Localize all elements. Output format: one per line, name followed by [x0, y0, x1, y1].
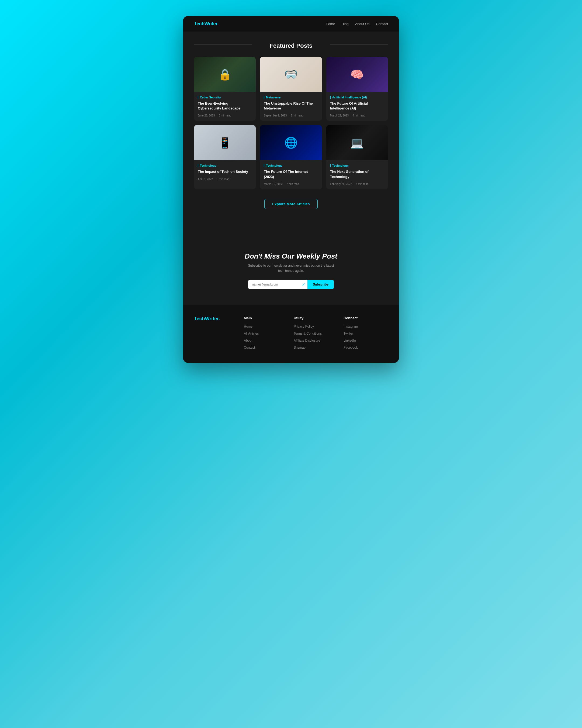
- footer-utility-title: Utility: [294, 316, 338, 320]
- footer-logo-dot: .: [219, 316, 220, 321]
- post-title-internet: The Future Of The Internet (2023): [264, 169, 318, 179]
- newsletter-section: Don't Miss Our Weekly Post Subscribe to …: [183, 239, 399, 305]
- post-date-metaverse: September 9, 2023: [264, 114, 287, 117]
- footer-connect-links: Instagram Twitter LinkedIn Facebook: [343, 324, 388, 350]
- post-body-tech-society: Technology The Impact of Tech on Society…: [194, 160, 256, 184]
- post-category-internet: Technology: [264, 164, 318, 167]
- post-body-metaverse: Metaverse The Unstoppable Rise Of The Me…: [260, 92, 322, 121]
- nav-about[interactable]: About Us: [355, 22, 369, 26]
- post-date-internet: March 15, 2022: [264, 183, 283, 185]
- footer-link-instagram[interactable]: Instagram: [343, 324, 388, 329]
- post-image-next-gen: [326, 125, 388, 160]
- post-meta-next-gen: February 28, 2022 4 min read: [330, 183, 384, 185]
- footer-logo[interactable]: TechWriter.: [194, 316, 239, 322]
- post-category-next-gen: Technology: [330, 164, 384, 167]
- email-input-wrapper: ✓: [248, 280, 307, 289]
- post-category-metaverse: Metaverse: [264, 96, 318, 99]
- footer-link-contact[interactable]: Contact: [244, 345, 288, 350]
- post-card-cybersecurity[interactable]: Cyber Security The Ever-Evolving Cyberse…: [194, 57, 256, 121]
- post-readtime-ai: 4 min read: [353, 114, 365, 117]
- footer-utility-links: Privacy Policy Terms & Conditions Affili…: [294, 324, 338, 350]
- footer-main-title: Main: [244, 316, 288, 320]
- footer-main-links: Home All Articles About Contact: [244, 324, 288, 350]
- nav-links: Home Blog About Us Contact: [326, 22, 388, 26]
- footer-link-about[interactable]: About: [244, 338, 288, 343]
- post-body-ai: Artificial Intelligence (AI) The Future …: [326, 92, 388, 121]
- footer-logo-col: TechWriter.: [194, 316, 239, 322]
- post-readtime-tech-society: 5 min read: [217, 178, 229, 181]
- footer-connect-title: Connect: [343, 316, 388, 320]
- newsletter-subtitle-line1: Subscribe to our newsletter and never mi…: [248, 264, 334, 267]
- post-image-internet: [260, 125, 322, 160]
- newsletter-title: Don't Miss Our Weekly Post: [189, 252, 393, 260]
- newsletter-form: ✓ Subscribe: [189, 280, 393, 289]
- post-card-next-gen[interactable]: Technology The Next Generation of Techno…: [326, 125, 388, 189]
- footer-link-home[interactable]: Home: [244, 324, 288, 329]
- post-title-ai: The Future Of Artificial Intelligence (A…: [330, 101, 384, 111]
- newsletter-subtitle-line2: tech trends again.: [278, 269, 304, 272]
- post-card-ai[interactable]: Artificial Intelligence (AI) The Future …: [326, 57, 388, 121]
- post-category-ai: Artificial Intelligence (AI): [330, 96, 384, 99]
- post-meta-internet: March 15, 2022 7 min read: [264, 183, 318, 185]
- post-body-next-gen: Technology The Next Generation of Techno…: [326, 160, 388, 189]
- post-card-metaverse[interactable]: Metaverse The Unstoppable Rise Of The Me…: [260, 57, 322, 121]
- logo-dot: .: [217, 21, 219, 26]
- posts-grid-row2: Technology The Impact of Tech on Society…: [194, 125, 388, 189]
- explore-more-button[interactable]: Explore More Articles: [264, 199, 317, 209]
- featured-header: Featured Posts: [194, 31, 388, 57]
- footer-col-main: Main Home All Articles About Contact: [244, 316, 288, 352]
- post-image-tech-society: [194, 125, 256, 160]
- footer-link-sitemap[interactable]: Sitemap: [294, 345, 338, 350]
- footer-link-privacy[interactable]: Privacy Policy: [294, 324, 338, 329]
- post-image-ai: [326, 57, 388, 92]
- post-image-cybersecurity: [194, 57, 256, 92]
- footer: TechWriter. Main Home All Articles About…: [183, 305, 399, 363]
- featured-title: Featured Posts: [264, 42, 318, 49]
- post-card-internet[interactable]: Technology The Future Of The Internet (2…: [260, 125, 322, 189]
- footer-link-linkedin[interactable]: LinkedIn: [343, 338, 388, 343]
- nav-contact[interactable]: Contact: [376, 22, 388, 26]
- footer-link-terms[interactable]: Terms & Conditions: [294, 331, 338, 336]
- logo-text: TechWriter: [194, 21, 217, 26]
- explore-section: Explore More Articles: [194, 193, 388, 223]
- post-meta-metaverse: September 9, 2023 6 min read: [264, 114, 318, 117]
- footer-link-affiliate[interactable]: Affiliate Disclosure: [294, 338, 338, 343]
- footer-top: TechWriter. Main Home All Articles About…: [194, 316, 388, 352]
- post-date-ai: March 22, 2023: [330, 114, 349, 117]
- post-category-cybersecurity: Cyber Security: [198, 96, 252, 99]
- navbar: TechWriter. Home Blog About Us Contact: [183, 16, 399, 31]
- post-title-next-gen: The Next Generation of Technology: [330, 169, 384, 179]
- post-meta-tech-society: April 8, 2022 5 min read: [198, 178, 252, 181]
- email-input[interactable]: [248, 280, 307, 289]
- footer-link-facebook[interactable]: Facebook: [343, 345, 388, 350]
- post-readtime-internet: 7 min read: [286, 183, 299, 185]
- post-title-cybersecurity: The Ever-Evolving Cybersecurity Landscap…: [198, 101, 252, 111]
- site-logo[interactable]: TechWriter.: [194, 21, 219, 27]
- post-date-cybersecurity: June 26, 2023: [198, 114, 215, 117]
- footer-link-twitter[interactable]: Twitter: [343, 331, 388, 336]
- post-readtime-cybersecurity: 5 min read: [219, 114, 231, 117]
- nav-home[interactable]: Home: [326, 22, 335, 26]
- posts-grid-row1: Cyber Security The Ever-Evolving Cyberse…: [194, 57, 388, 121]
- post-card-tech-society[interactable]: Technology The Impact of Tech on Society…: [194, 125, 256, 189]
- subscribe-button[interactable]: Subscribe: [307, 280, 334, 289]
- nav-blog[interactable]: Blog: [342, 22, 349, 26]
- email-icon: ✓: [302, 282, 305, 287]
- footer-logo-text: TechWriter: [194, 316, 219, 321]
- post-readtime-next-gen: 4 min read: [356, 183, 368, 185]
- post-readtime-metaverse: 6 min read: [290, 114, 303, 117]
- post-title-metaverse: The Unstoppable Rise Of The Metaverse: [264, 101, 318, 111]
- footer-link-all-articles[interactable]: All Articles: [244, 331, 288, 336]
- post-date-tech-society: April 8, 2022: [198, 178, 213, 181]
- post-title-tech-society: The Impact of Tech on Society: [198, 169, 252, 174]
- post-image-metaverse: [260, 57, 322, 92]
- post-meta-cybersecurity: June 26, 2023 5 min read: [198, 114, 252, 117]
- footer-col-connect: Connect Instagram Twitter LinkedIn Faceb…: [343, 316, 388, 352]
- post-body-cybersecurity: Cyber Security The Ever-Evolving Cyberse…: [194, 92, 256, 121]
- post-date-next-gen: February 28, 2022: [330, 183, 352, 185]
- newsletter-subtitle: Subscribe to our newsletter and never mi…: [189, 263, 393, 274]
- browser-window: TechWriter. Home Blog About Us Contact F…: [183, 16, 399, 363]
- post-category-tech-society: Technology: [198, 164, 252, 167]
- main-content: Featured Posts Cyber Security The Ever-E…: [183, 31, 399, 239]
- post-body-internet: Technology The Future Of The Internet (2…: [260, 160, 322, 189]
